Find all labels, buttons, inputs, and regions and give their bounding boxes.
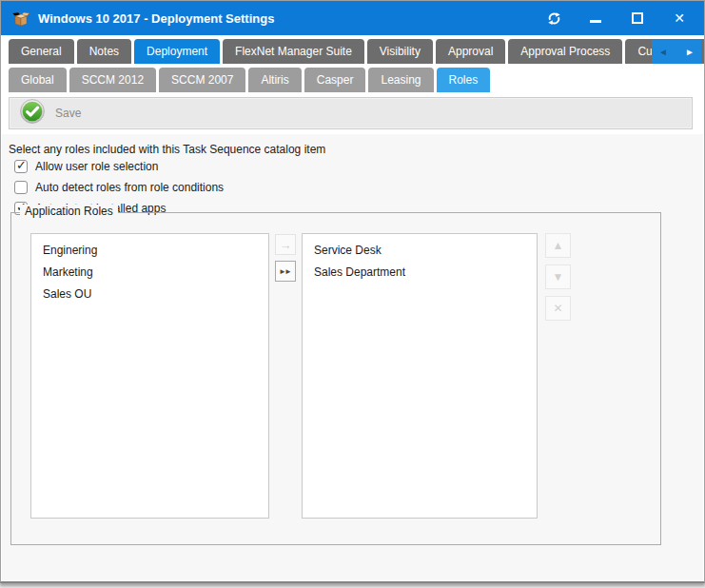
subtab-casper[interactable]: Casper [304, 68, 366, 92]
list-item[interactable]: Sales OU [43, 284, 264, 305]
transfer-buttons: → ►► [275, 234, 296, 282]
primary-tab-strip: General Notes Deployment FlexNet Manager… [1, 35, 704, 64]
subtab-global[interactable]: Global [9, 68, 67, 92]
subtab-altiris[interactable]: Altiris [248, 68, 301, 92]
move-down-button[interactable]: ▼ [545, 265, 571, 289]
arrow-up-icon: ▲ [553, 239, 564, 252]
scroll-left-icon[interactable]: ◄ [658, 47, 668, 57]
save-button-label: Save [55, 107, 81, 120]
window-title: Windows 10 2017 - Deployment Settings [38, 11, 274, 26]
subtab-sccm-2012[interactable]: SCCM 2012 [69, 68, 156, 92]
window-controls: ✕ [546, 10, 687, 26]
checkbox-label: Auto detect roles from role conditions [35, 181, 224, 194]
title-bar: Windows 10 2017 - Deployment Settings ✕ [1, 1, 704, 35]
subtab-leasing[interactable]: Leasing [368, 68, 433, 92]
available-roles-list[interactable]: Enginering Marketing Sales OU [30, 233, 269, 519]
subtab-roles[interactable]: Roles [437, 68, 491, 92]
order-buttons: ▲ ▼ ✕ [545, 233, 571, 321]
maximize-icon[interactable] [630, 10, 645, 26]
move-right-button[interactable]: → [275, 234, 296, 255]
tab-flexnet-manager-suite[interactable]: FlexNet Manager Suite [223, 39, 364, 64]
checkbox-auto-detect-roles[interactable]: Auto detect roles from role conditions [14, 179, 224, 196]
checkbox-icon[interactable] [14, 181, 28, 194]
list-item[interactable]: Marketing [43, 262, 264, 284]
save-button[interactable]: Save [10, 98, 94, 128]
checkbox-icon[interactable] [14, 160, 28, 173]
refresh-icon[interactable] [546, 10, 561, 26]
assigned-roles-list[interactable]: Service Desk Sales Department [302, 233, 538, 519]
tab-overflow-scroller: ◄ ► [652, 40, 701, 64]
roles-panel: Select any roles included with this Task… [2, 134, 703, 581]
list-item[interactable]: Sales Department [314, 262, 533, 284]
checkbox-label: Allow user role selection [35, 160, 158, 173]
package-icon [11, 10, 30, 27]
list-item[interactable]: Service Desk [314, 240, 533, 262]
deployment-settings-window: Windows 10 2017 - Deployment Settings ✕ … [0, 0, 705, 583]
list-item[interactable]: Enginering [43, 240, 264, 262]
arrow-down-icon: ▼ [553, 270, 564, 284]
checkbox-allow-user-role-selection[interactable]: Allow user role selection [14, 158, 158, 175]
x-icon: ✕ [553, 302, 562, 315]
move-all-right-button[interactable]: ►► [275, 261, 296, 282]
scroll-right-icon[interactable]: ► [685, 47, 695, 57]
move-up-button[interactable]: ▲ [545, 233, 571, 258]
arrow-right-icon: → [280, 238, 292, 252]
tab-general[interactable]: General [9, 39, 74, 64]
groupbox-title: Application Roles [20, 205, 118, 218]
tab-notes[interactable]: Notes [77, 39, 131, 64]
secondary-tab-strip: Global SCCM 2012 SCCM 2007 Altiris Caspe… [1, 64, 704, 92]
subtab-sccm-2007[interactable]: SCCM 2007 [159, 68, 245, 92]
tab-visibility[interactable]: Visibility [367, 39, 433, 64]
minimize-icon[interactable] [588, 10, 603, 26]
tab-approval-process[interactable]: Approval Process [508, 39, 622, 64]
tab-approval[interactable]: Approval [436, 39, 505, 64]
toolbar: Save [9, 97, 693, 129]
check-circle-icon [20, 99, 45, 127]
double-arrow-right-icon: ►► [279, 267, 292, 276]
tab-deployment[interactable]: Deployment [134, 39, 220, 64]
application-roles-groupbox: Application Roles Enginering Marketing S… [10, 212, 661, 545]
instruction-text: Select any roles included with this Task… [9, 143, 325, 156]
close-icon[interactable]: ✕ [672, 10, 687, 26]
remove-button[interactable]: ✕ [545, 296, 571, 321]
